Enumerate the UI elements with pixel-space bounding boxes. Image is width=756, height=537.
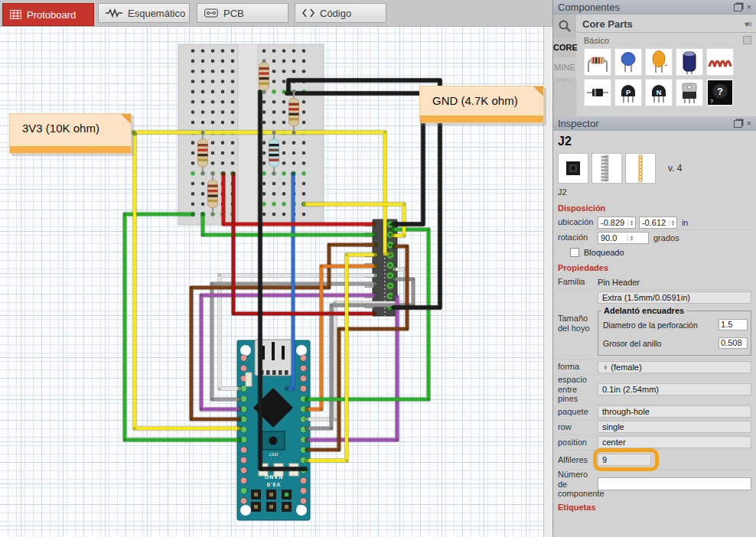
tab-label: Código	[320, 8, 351, 19]
row-label: row	[558, 422, 598, 432]
search-button[interactable]	[553, 15, 576, 37]
part-label: J2	[558, 185, 751, 200]
part-tile[interactable]	[676, 48, 703, 76]
hole-diameter-row: Diametro de la perforación 1.5	[603, 319, 748, 330]
package-label: paquete	[558, 407, 598, 417]
parts-row-2: PN??	[578, 79, 756, 106]
part-tile[interactable]: +	[645, 48, 673, 76]
pin-spacing-label: espacio entre pines	[558, 375, 598, 404]
svg-text:RST: RST	[269, 452, 278, 457]
hole-size-groupbox: Adelantó encuadres Diametro de la perfor…	[598, 311, 751, 356]
family-value: Pin Header	[598, 278, 640, 287]
location-x-value: -0.829	[601, 218, 626, 227]
part-tile[interactable]: N	[645, 79, 673, 106]
rail-tab-core[interactable]: CORE	[553, 37, 576, 57]
part-number-field[interactable]	[598, 477, 751, 490]
note-gnd[interactable]: GND (4.7K ohm)	[419, 86, 544, 123]
breadboard-view-thumb[interactable]	[558, 153, 588, 184]
forma-dropdown[interactable]: ♀ (female)	[598, 361, 751, 373]
rotation-value: 90.0	[601, 233, 626, 242]
spinner-arrows-icon[interactable]: ▲▼	[627, 235, 635, 241]
pin-spacing-row: espacio entre pines 0.1in (2.54mm)	[558, 374, 751, 404]
palette-main: Core Parts ▾≡ Básico + PN??	[578, 15, 756, 109]
rail-down-arrow-icon[interactable]: ▼	[553, 91, 576, 96]
breadboard-canvas[interactable]: RSTARDUINONANOV3.0ICSP	[0, 0, 552, 537]
tab-label: PCB	[223, 8, 244, 19]
svg-text:+: +	[664, 62, 668, 69]
part-tile[interactable]: ??	[706, 79, 734, 106]
parts-row-1: +	[578, 48, 756, 76]
schematic-view-thumb[interactable]	[591, 153, 622, 184]
hole-preset-dropdown[interactable]: Extra (1.5mm/0.0591in)	[598, 291, 751, 304]
tab-codigo[interactable]: Código	[295, 3, 386, 23]
hole-diameter-label: Diametro de la perforación	[603, 321, 719, 330]
rotation-label: rotación	[558, 233, 598, 242]
family-row: Familia Pin Header	[558, 275, 751, 289]
resistor[interactable]	[259, 60, 269, 94]
mystery-part-icon: ??	[707, 80, 733, 106]
components-titlebar[interactable]: Componentes ×	[553, 0, 756, 15]
part-tile[interactable]	[614, 48, 642, 76]
svg-text:P: P	[626, 89, 631, 96]
pcb-view-thumb[interactable]	[625, 153, 656, 184]
close-panel-icon[interactable]: ×	[747, 119, 751, 128]
float-panel-icon[interactable]	[734, 4, 742, 11]
pins-label: Alfileres	[558, 455, 598, 465]
locked-label: Bloqueado	[584, 248, 624, 257]
npn-transistor-icon: N	[646, 80, 672, 106]
electrolytic-capacitor-icon	[676, 49, 702, 75]
voltage-regulator-icon	[676, 80, 702, 106]
part-tile[interactable]	[584, 79, 611, 106]
forma-row: forma ♀ (female)	[558, 359, 751, 374]
tab-esquematico[interactable]: Esquemático	[98, 3, 190, 23]
selected-part-name: J2	[558, 133, 751, 151]
resistor-icon	[585, 49, 611, 75]
svg-text:ICSP: ICSP	[296, 505, 301, 515]
svg-text:?: ?	[710, 99, 713, 104]
package-dropdown[interactable]: through-hole	[598, 405, 751, 418]
rotation-unit: grados	[653, 233, 679, 242]
position-row: position center	[558, 434, 751, 450]
core-parts-header[interactable]: Core Parts ▾≡	[578, 15, 756, 33]
tantalum-capacitor-icon: +	[646, 49, 672, 75]
inspector-titlebar[interactable]: Inspector ×	[553, 116, 756, 131]
palette-rail: CORE MINE ▼	[553, 15, 576, 116]
part-tile[interactable]	[584, 48, 611, 76]
note-3v3[interactable]: 3V3 (10K ohm)	[9, 113, 132, 154]
pin-spacing-dropdown[interactable]: 0.1in (2.54mm)	[598, 383, 751, 395]
rotation-field[interactable]: 90.0 ▲▼	[598, 232, 649, 244]
location-y-field[interactable]: -0.612 ▲▼	[639, 216, 677, 229]
rotation-row: rotación 90.0 ▲▼ grados	[558, 229, 751, 245]
part-tile[interactable]: P	[614, 79, 642, 106]
position-dropdown[interactable]: center	[598, 436, 751, 448]
part-number-row: Número de componente	[558, 469, 751, 499]
rail-tab-mine[interactable]: MINE	[553, 57, 576, 77]
ring-thickness-field[interactable]: 0.508	[719, 337, 748, 349]
location-y-value: -0.612	[642, 218, 667, 227]
float-panel-icon[interactable]	[734, 120, 742, 128]
canvas-scrollbar[interactable]	[543, 26, 552, 537]
parts-menu-icon[interactable]: ▾≡	[745, 20, 751, 28]
location-x-field[interactable]: -0.829 ▲▼	[598, 216, 636, 229]
tab-protoboard[interactable]: Protoboard	[2, 3, 94, 26]
part-tile[interactable]	[676, 79, 703, 106]
close-panel-icon[interactable]: ×	[747, 3, 751, 11]
spinner-arrows-icon[interactable]: ▲▼	[627, 220, 635, 226]
locked-checkbox[interactable]	[570, 248, 579, 257]
hole-diameter-field[interactable]: 1.5	[719, 319, 748, 330]
tab-pcb[interactable]: PCB	[197, 3, 288, 23]
ring-thickness-label: Grosor del anillo	[603, 339, 719, 348]
spinner-arrows-icon[interactable]: ▲▼	[669, 220, 676, 226]
pins-count-dropdown[interactable]: 9	[598, 454, 651, 466]
swap-arrows-icon[interactable]	[556, 77, 573, 88]
row-dropdown[interactable]: single	[598, 421, 751, 433]
palette-mini-square[interactable]	[743, 36, 751, 44]
circuit-scene[interactable]: RSTARDUINONANOV3.0ICSP	[0, 0, 552, 537]
section-disposicion: Disposición	[558, 200, 751, 215]
groupbox-title: Adelantó encuadres	[601, 306, 686, 315]
ceramic-capacitor-icon	[615, 49, 641, 75]
locked-row: Bloqueado	[558, 245, 751, 259]
arduino-nano[interactable]: RSTARDUINONANOV3.0ICSP	[237, 340, 310, 520]
part-tile[interactable]	[706, 48, 734, 76]
pcb-icon	[204, 8, 218, 18]
